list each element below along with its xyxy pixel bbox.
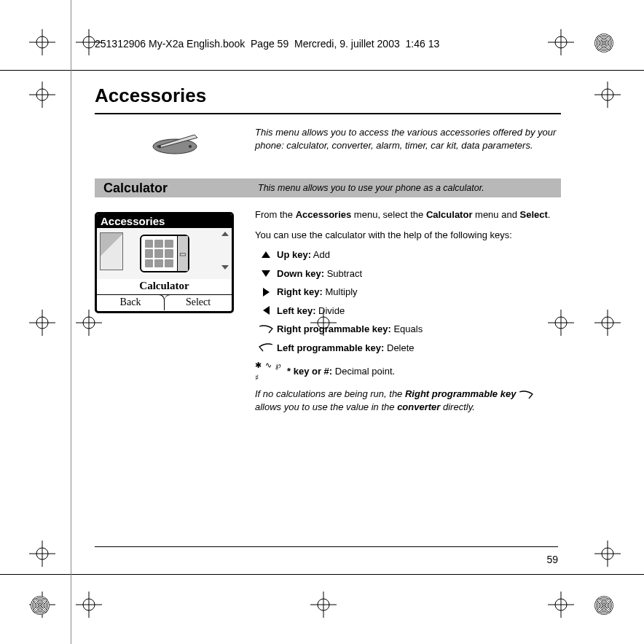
star-hash-icon: ✱ ∿ ℘ ♯	[255, 359, 287, 383]
key-down: Down key: Subtract	[255, 267, 561, 281]
crop-target-icon	[29, 310, 55, 336]
svg-point-50	[158, 145, 161, 148]
down-arrow-icon	[262, 270, 270, 277]
page-number: 59	[546, 554, 558, 565]
phone-softkey-select: Select	[165, 294, 232, 310]
scroll-indicator-icon	[221, 232, 229, 274]
key-right-prog: Right programmable key: Equals	[255, 322, 561, 337]
crop-target-icon	[310, 592, 337, 618]
title-rule	[95, 113, 561, 114]
intro-row: This menu allows you to access the vario…	[95, 126, 561, 157]
key-star-hash: ✱ ∿ ℘ ♯ * key or #: Decimal point.	[255, 359, 561, 383]
book-header-stamp: 251312906 My-X2a English.book Page 59 Me…	[95, 38, 439, 50]
paragraph-1: From the Accessories menu, select the Ca…	[255, 208, 561, 222]
left-margin-rule	[71, 0, 71, 644]
section-title: Calculator	[95, 181, 258, 196]
crop-target-icon	[548, 29, 574, 55]
crop-target-icon	[594, 541, 621, 567]
key-left: Left key: Divide	[255, 304, 561, 318]
calculator-app-icon: ▭	[140, 235, 189, 272]
left-arrow-icon	[263, 306, 270, 315]
key-left-prog: Left programmable key: Delete	[255, 341, 561, 356]
svg-point-51	[189, 145, 192, 148]
right-arrow-icon	[263, 288, 270, 297]
registration-dot-icon	[31, 596, 50, 615]
crop-target-icon	[76, 592, 102, 618]
section-desc: This menu allows you to use your phone a…	[258, 183, 484, 193]
footer-rule	[95, 546, 558, 547]
crop-line-top	[0, 70, 644, 71]
crop-target-icon	[29, 29, 55, 55]
phone-side-icon	[100, 232, 123, 270]
phone-softkey-back: Back	[97, 294, 165, 310]
crop-target-icon	[548, 592, 574, 618]
intro-text: This menu allows you to access the vario…	[255, 126, 561, 152]
key-up: Up key: Add	[255, 248, 561, 262]
key-right: Right key: Multiply	[255, 285, 561, 299]
paragraph-2: You can use the calculator with the help…	[255, 228, 561, 243]
crop-target-icon	[29, 541, 55, 567]
crop-line-bottom	[0, 574, 644, 575]
page-content: Accessories This menu allows you to acce…	[95, 82, 561, 413]
phone-selected-label: Calculator	[97, 279, 232, 294]
registration-dot-icon	[594, 596, 613, 615]
body-text: From the Accessories menu, select the Ca…	[255, 208, 561, 413]
phone-screenshot: Accessories ▭ Calculator Back Select	[95, 212, 234, 313]
note-text: If no calculations are being run, the Ri…	[255, 388, 561, 413]
up-arrow-icon	[262, 251, 270, 258]
registration-dot-icon	[594, 34, 613, 52]
phone-title: Accessories	[97, 214, 232, 228]
softkey-right-icon	[255, 325, 277, 334]
crop-target-icon	[594, 310, 621, 336]
section-header: Calculator This menu allows you to use y…	[95, 178, 561, 197]
crop-target-icon	[594, 82, 621, 108]
crop-target-icon	[29, 82, 55, 108]
pocketknife-icon	[149, 130, 200, 157]
softkey-right-icon	[519, 390, 533, 399]
page-title: Accessories	[95, 85, 561, 107]
softkey-left-icon	[255, 343, 277, 352]
